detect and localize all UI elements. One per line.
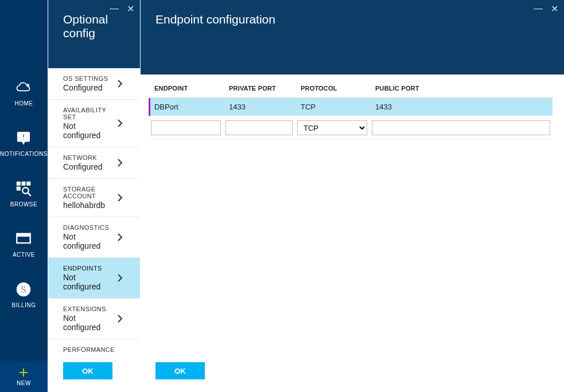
config-item-endpoints[interactable]: ENDPOINTSNot configured [48, 258, 140, 299]
private-port-input[interactable] [225, 120, 293, 135]
blade-footer: OK [141, 353, 564, 392]
close-button[interactable]: ✕ [551, 3, 558, 14]
ok-button[interactable]: OK [63, 362, 112, 379]
svg-point-0 [27, 84, 29, 86]
config-item-performance-monitoring[interactable]: PERFORMANCE MONITORINGNot configured [48, 339, 140, 353]
blade-footer: OK [48, 353, 140, 392]
minimize-button[interactable]: — [110, 3, 119, 14]
col-private-port[interactable]: PRIVATE PORT [223, 83, 295, 98]
config-item-label: ENDPOINTS [63, 265, 115, 272]
svg-rect-7 [27, 182, 30, 185]
config-item-diagnostics[interactable]: DIAGNOSTICSNot configured [48, 217, 140, 258]
config-item-text: PERFORMANCE MONITORINGNot configured [63, 346, 115, 353]
monitor-icon [15, 231, 32, 248]
svg-rect-3 [23, 134, 24, 138]
config-item-storage-account[interactable]: STORAGE ACCOUNThellohabrdb [48, 179, 140, 217]
svg-rect-12 [17, 233, 30, 236]
col-protocol[interactable]: PROTOCOL [295, 83, 369, 98]
table-header-row: ENDPOINT PRIVATE PORT PROTOCOL PUBLIC PO… [149, 83, 553, 98]
col-public-port[interactable]: PUBLIC PORT [369, 83, 553, 98]
blade-title: Optional config [63, 13, 125, 40]
blade-endpoint-config: — ✕ Endpoint configuration ENDPOINT PRIV… [140, 0, 564, 392]
config-item-value: hellohabrdb [63, 201, 115, 210]
ok-button[interactable]: OK [155, 362, 205, 379]
rail-item-new[interactable]: NEW [0, 361, 48, 392]
config-item-value: Not configured [63, 232, 115, 250]
config-item-availability-set[interactable]: AVAILABILITY SETNot configured [48, 100, 140, 147]
config-item-label: DIAGNOSTICS [63, 224, 115, 231]
plus-icon [18, 367, 29, 378]
svg-line-10 [28, 193, 31, 195]
config-item-extensions[interactable]: EXTENSIONSNot configured [48, 299, 140, 339]
rail-item-billing[interactable]: $ BILLING [0, 269, 48, 320]
window-controls: — ✕ [110, 3, 134, 14]
cell-protocol: TCP [295, 98, 369, 116]
cell-endpoint: DBPort [149, 98, 223, 116]
blade-body: ENDPOINT PRIVATE PORT PROTOCOL PUBLIC PO… [141, 75, 564, 353]
chevron-right-icon [115, 193, 125, 203]
window-controls: — ✕ [534, 3, 558, 14]
table-row[interactable]: DBPort1433TCP1433 [149, 98, 553, 116]
rail-label: ACTIVE [13, 252, 35, 258]
config-item-text: STORAGE ACCOUNThellohabrdb [63, 186, 115, 210]
notification-icon [15, 130, 32, 147]
chevron-right-icon [115, 232, 125, 242]
rail-item-active[interactable]: ACTIVE [0, 219, 48, 269]
svg-point-9 [23, 187, 29, 194]
config-item-label: OS SETTINGS [63, 75, 108, 82]
browse-icon [15, 181, 32, 198]
config-item-label: STORAGE ACCOUNT [63, 186, 115, 199]
config-item-os-settings[interactable]: OS SETTINGSConfigured [48, 68, 140, 100]
config-item-label: EXTENSIONS [63, 305, 115, 312]
rail-item-home[interactable]: HOME [0, 68, 48, 118]
config-item-text: DIAGNOSTICSNot configured [63, 224, 115, 250]
endpoint-name-input[interactable] [151, 120, 221, 135]
cell-private-port: 1433 [223, 98, 295, 116]
chevron-right-icon [115, 273, 125, 283]
blade-title: Endpoint configuration [155, 13, 549, 26]
config-item-label: NETWORK [63, 154, 103, 161]
config-item-label: PERFORMANCE MONITORING [63, 346, 115, 353]
config-item-value: Not configured [63, 313, 115, 332]
app-root: HOME NOTIFICATIONS BROWSE ACTIVE $ BILLI… [0, 0, 564, 392]
config-item-text: AVAILABILITY SETNot configured [63, 107, 115, 140]
rail-item-notifications[interactable]: NOTIFICATIONS [0, 118, 48, 168]
rail-spacer [0, 0, 48, 68]
svg-marker-2 [22, 141, 25, 144]
svg-rect-6 [22, 182, 26, 185]
rail-item-browse[interactable]: BROWSE [0, 168, 48, 219]
cell-public-port: 1433 [369, 98, 553, 116]
config-item-value: Not configured [63, 121, 115, 140]
svg-text:$: $ [21, 284, 27, 294]
svg-rect-4 [23, 138, 24, 139]
config-item-value: Configured [63, 83, 108, 92]
billing-icon: $ [15, 281, 32, 299]
config-item-text: NETWORKConfigured [63, 154, 103, 171]
blade-header: — ✕ Endpoint configuration [141, 0, 564, 75]
config-item-text: EXTENSIONSNot configured [63, 305, 115, 332]
config-item-network[interactable]: NETWORKConfigured [48, 147, 140, 179]
rail-label: NEW [17, 380, 31, 386]
col-endpoint[interactable]: ENDPOINT [149, 83, 223, 98]
chevron-right-icon [115, 313, 125, 324]
chevron-right-icon [115, 158, 125, 168]
endpoint-table-wrap: ENDPOINT PRIVATE PORT PROTOCOL PUBLIC PO… [141, 75, 564, 139]
config-item-text: OS SETTINGSConfigured [63, 75, 108, 92]
endpoint-table: ENDPOINT PRIVATE PORT PROTOCOL PUBLIC PO… [149, 83, 553, 139]
blade-optional-config: — ✕ Optional config OS SETTINGSConfigure… [48, 0, 140, 392]
svg-rect-5 [17, 182, 21, 185]
close-button[interactable]: ✕ [127, 3, 134, 14]
rail-label: NOTIFICATIONS [0, 151, 48, 157]
rail-label: BILLING [12, 302, 36, 308]
config-item-label: AVAILABILITY SET [63, 107, 115, 120]
minimize-button[interactable]: — [534, 3, 543, 14]
blade-header: — ✕ Optional config [48, 0, 140, 68]
config-item-text: ENDPOINTSNot configured [63, 265, 115, 291]
rail-label: HOME [14, 100, 33, 107]
public-port-input[interactable] [372, 120, 550, 135]
blade-body: OS SETTINGSConfiguredAVAILABILITY SETNot… [48, 68, 140, 353]
chevron-right-icon [115, 118, 125, 128]
protocol-select[interactable]: TCPUDP [297, 120, 367, 135]
cloud-icon [15, 80, 32, 97]
rail-label: BROWSE [10, 201, 37, 207]
